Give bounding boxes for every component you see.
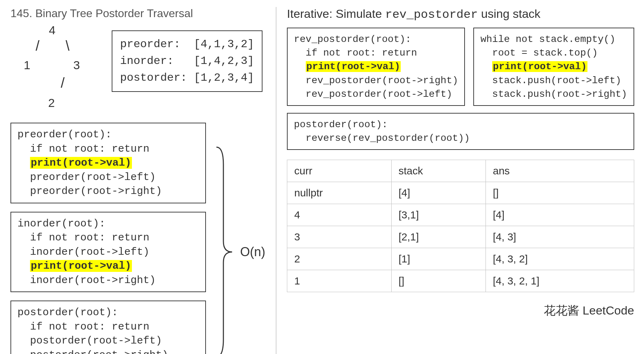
cell: nullptr: [287, 182, 392, 204]
inorder-value: [1,4,2,3]: [194, 55, 254, 67]
iterative-title: Iterative: Simulate rev_postorder using …: [287, 7, 634, 21]
page-title: 145. Binary Tree Postorder Traversal: [10, 7, 265, 20]
highlight-line: print(root->val): [30, 260, 132, 272]
table-header-ans: ans: [486, 160, 634, 182]
cell: [4]: [486, 204, 634, 226]
cell: [4, 3, 2, 1]: [486, 270, 634, 292]
right-column: Iterative: Simulate rev_postorder using …: [276, 7, 634, 354]
postorder-value: [1,2,3,4]: [194, 71, 254, 84]
code-line: preorder(root->right): [17, 185, 162, 197]
cell: 1: [287, 270, 392, 292]
brace-group: O(n): [213, 144, 265, 354]
code-line: if not root: return: [17, 321, 149, 333]
code-line: rev_postorder(root->left): [294, 89, 452, 100]
complexity-label: O(n): [240, 245, 265, 259]
tree-node-4: 4: [49, 23, 55, 37]
tree-node-1: 1: [24, 58, 30, 72]
code-line: if not root: return: [17, 232, 149, 244]
table-row: 4 [3,1] [4]: [287, 204, 634, 226]
table-row: 3 [2,1] [4, 3]: [287, 226, 634, 248]
cell: 2: [287, 248, 392, 270]
table-header-curr: curr: [287, 160, 392, 182]
cell: 3: [287, 226, 392, 248]
tree-edge: /: [36, 38, 39, 54]
tree-diagram: 4 / \ 1 3 / 2: [10, 23, 101, 114]
code-line: postorder(root->right): [17, 349, 168, 354]
rev-postorder-code-box: rev_postorder(root): if not root: return…: [287, 28, 465, 106]
highlight-line: print(root->val): [306, 61, 401, 72]
stack-loop-code-box: while not stack.empty() root = stack.top…: [473, 28, 634, 106]
code-line: while not stack.empty(): [480, 34, 615, 45]
title-mono: rev_postorder: [385, 8, 478, 21]
code-line: preorder(root->left): [17, 171, 156, 183]
code-line: rev_postorder(root->right): [294, 75, 458, 86]
code-line: rev_postorder(root):: [294, 34, 411, 45]
code-line: postorder(root):: [294, 119, 388, 130]
cell: 4: [287, 204, 392, 226]
table-row: nullptr [4] []: [287, 182, 634, 204]
preorder-value: [4,1,3,2]: [194, 38, 254, 51]
highlight-line: print(root->val): [30, 157, 132, 169]
cell: [4, 3]: [486, 226, 634, 248]
preorder-code-box: preorder(root): if not root: return prin…: [10, 123, 206, 203]
table-header-stack: stack: [391, 160, 486, 182]
tree-node-3: 3: [73, 58, 80, 72]
trace-table: curr stack ans nullptr [4] [] 4 [3,1] [4…: [287, 160, 634, 292]
code-line: if not root: return: [17, 143, 149, 155]
code-line: inorder(root):: [17, 218, 105, 230]
left-column: 145. Binary Tree Postorder Traversal 4 /…: [10, 7, 276, 354]
footer-credit: 花花酱 LeetCode: [287, 303, 634, 319]
code-line: stack.push(root->right): [480, 89, 627, 100]
code-line: postorder(root->left): [17, 335, 162, 347]
traversal-orders-box: preorder: [4,1,3,2] inorder: [1,4,2,3] p…: [112, 30, 262, 92]
table-row: 1 [] [4, 3, 2, 1]: [287, 270, 634, 292]
postorder-wrapper-code-box: postorder(root): reverse(rev_postorder(r…: [287, 113, 634, 150]
cell: [3,1]: [391, 204, 486, 226]
preorder-label: preorder:: [120, 38, 194, 51]
code-line: root = stack.top(): [480, 48, 598, 58]
cell: [4, 3, 2]: [486, 248, 634, 270]
code-line: inorder(root->right): [17, 274, 156, 286]
code-line: if not root: return: [294, 48, 417, 58]
postorder-label: postorder:: [120, 71, 194, 84]
cell: []: [486, 182, 634, 204]
postorder-code-box: postorder(root): if not root: return pos…: [10, 301, 206, 354]
inorder-label: inorder:: [120, 55, 194, 67]
tree-node-2: 2: [48, 96, 55, 110]
code-line: preorder(root):: [17, 129, 112, 140]
cell: [4]: [391, 182, 486, 204]
tree-edge: \: [66, 38, 69, 54]
cell: [1]: [391, 248, 486, 270]
curly-brace-icon: [213, 144, 234, 354]
cell: []: [391, 270, 486, 292]
cell: [2,1]: [391, 226, 486, 248]
inorder-code-box: inorder(root): if not root: return inord…: [10, 212, 206, 292]
code-line: stack.push(root->left): [480, 75, 621, 86]
highlight-line: print(root->val): [492, 61, 587, 72]
tree-edge: /: [61, 75, 65, 91]
title-part: using stack: [478, 7, 541, 20]
code-line: inorder(root->left): [17, 246, 149, 258]
code-line: postorder(root):: [17, 306, 118, 318]
table-row: 2 [1] [4, 3, 2]: [287, 248, 634, 270]
code-line: reverse(rev_postorder(root)): [294, 133, 470, 144]
title-part: Iterative: Simulate: [287, 7, 385, 20]
